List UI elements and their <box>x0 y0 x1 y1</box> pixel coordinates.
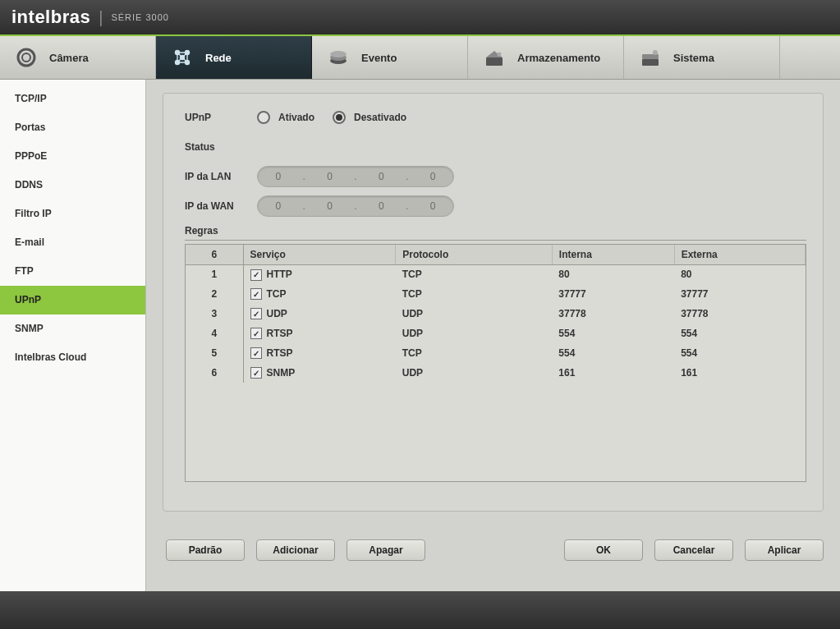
upnp-panel: UPnP Ativado Desativado Status IP da LAN… <box>163 93 824 512</box>
col-protocol: Protocolo <box>396 245 553 264</box>
rules-table-wrap: 6 Serviço Protocolo Interna Externa 1✓HT… <box>185 244 806 482</box>
row-external: 554 <box>674 324 805 343</box>
svg-point-9 <box>330 51 347 57</box>
ip-wan-seg[interactable]: 0 <box>416 200 449 212</box>
nav-network[interactable]: Rede <box>156 36 312 79</box>
radio-desativado[interactable] <box>333 111 346 124</box>
row-protocol: UDP <box>396 304 553 324</box>
brand-separator: | <box>99 8 103 27</box>
row-service: ✓HTTP <box>243 264 396 284</box>
row-number: 4 <box>186 324 243 343</box>
sidebar-item-portas[interactable]: Portas <box>0 113 145 142</box>
ip-lan-input[interactable]: 0. 0. 0. 0 <box>257 166 454 187</box>
row-service: ✓RTSP <box>243 343 396 363</box>
row-checkbox[interactable]: ✓ <box>250 367 262 379</box>
apply-button[interactable]: Aplicar <box>745 539 824 561</box>
nav-storage[interactable]: Armazenamento <box>468 36 624 79</box>
ip-wan-input[interactable]: 0. 0. 0. 0 <box>257 195 454 217</box>
row-external: 161 <box>674 363 805 383</box>
table-row[interactable]: 4✓RTSPUDP554554 <box>186 324 806 343</box>
button-row: Padrão Adicionar Apagar OK Cancelar Apli… <box>163 539 824 561</box>
row-external: 554 <box>674 343 805 363</box>
nav-label: Rede <box>205 52 232 64</box>
sidebar: TCP/IPPortasPPPoEDDNSFiltro IPE-mailFTPU… <box>0 80 146 591</box>
ip-wan-label: IP da WAN <box>185 200 257 212</box>
main-panel: UPnP Ativado Desativado Status IP da LAN… <box>146 80 840 591</box>
ip-wan-seg[interactable]: 0 <box>314 200 347 212</box>
table-row[interactable]: 3✓UDPUDP3777837778 <box>186 304 806 324</box>
brand-logo: intelbras <box>11 7 90 28</box>
row-checkbox[interactable]: ✓ <box>250 269 262 281</box>
row-checkbox[interactable]: ✓ <box>250 347 262 359</box>
row-external: 80 <box>674 264 805 284</box>
content-area: TCP/IPPortasPPPoEDDNSFiltro IPE-mailFTPU… <box>0 80 840 591</box>
sidebar-item-upnp[interactable]: UPnP <box>0 286 145 314</box>
row-checkbox[interactable]: ✓ <box>250 288 262 300</box>
table-row[interactable]: 6✓SNMPUDP161161 <box>186 363 806 383</box>
row-service: ✓UDP <box>243 304 396 324</box>
row-protocol: UDP <box>396 363 553 383</box>
table-row[interactable]: 1✓HTTPTCP8080 <box>186 264 806 284</box>
row-number: 6 <box>186 363 243 383</box>
col-service: Serviço <box>243 245 396 264</box>
main-navbar: Câmera Rede Evento Armazenam <box>0 36 840 80</box>
default-button[interactable]: Padrão <box>166 539 245 561</box>
system-icon <box>639 46 662 69</box>
svg-point-11 <box>498 53 502 57</box>
ip-lan-seg[interactable]: 0 <box>416 171 449 182</box>
ip-lan-seg[interactable]: 0 <box>262 171 295 182</box>
row-checkbox[interactable]: ✓ <box>250 328 262 339</box>
sidebar-item-e-mail[interactable]: E-mail <box>0 228 145 257</box>
sidebar-item-tcp-ip[interactable]: TCP/IP <box>0 85 145 113</box>
row-protocol: TCP <box>396 284 553 304</box>
row-internal: 554 <box>552 343 674 363</box>
ip-lan-seg[interactable]: 0 <box>365 171 397 182</box>
sidebar-item-ftp[interactable]: FTP <box>0 257 145 286</box>
svg-rect-10 <box>486 57 503 66</box>
ip-wan-seg[interactable]: 0 <box>262 200 295 212</box>
cancel-button[interactable]: Cancelar <box>654 539 733 561</box>
row-number: 3 <box>186 304 243 324</box>
table-row[interactable]: 2✓TCPTCP3777737777 <box>186 284 806 304</box>
radio-desativado-label: Desativado <box>354 112 406 123</box>
nav-label: Armazenamento <box>517 52 600 64</box>
col-count: 6 <box>186 245 243 264</box>
nav-event[interactable]: Evento <box>312 36 468 79</box>
svg-point-0 <box>18 49 34 66</box>
ip-lan-label: IP da LAN <box>185 171 257 182</box>
row-number: 2 <box>186 284 243 304</box>
topbar: intelbras | SÉRIE 3000 <box>0 0 840 36</box>
row-protocol: TCP <box>396 343 553 363</box>
ip-lan-seg[interactable]: 0 <box>314 171 347 182</box>
bottombar <box>0 591 840 629</box>
row-number: 1 <box>186 264 243 284</box>
storage-icon <box>483 46 506 69</box>
row-internal: 161 <box>552 363 674 383</box>
delete-button[interactable]: Apagar <box>347 539 425 561</box>
ip-wan-seg[interactable]: 0 <box>365 200 397 212</box>
svg-point-14 <box>653 50 658 55</box>
row-checkbox[interactable]: ✓ <box>250 308 262 319</box>
nav-system[interactable]: Sistema <box>624 36 780 79</box>
sidebar-item-snmp[interactable]: SNMP <box>0 314 145 343</box>
row-service: ✓SNMP <box>243 363 396 383</box>
svg-rect-13 <box>642 54 659 59</box>
nav-camera[interactable]: Câmera <box>0 36 156 79</box>
table-row[interactable]: 5✓RTSPTCP554554 <box>186 343 806 363</box>
radio-ativado-label: Ativado <box>278 112 314 123</box>
nav-label: Evento <box>361 52 397 64</box>
row-internal: 37778 <box>552 304 674 324</box>
radio-ativado[interactable] <box>257 111 270 124</box>
sidebar-item-filtro-ip[interactable]: Filtro IP <box>0 200 145 228</box>
col-internal: Interna <box>552 245 674 264</box>
row-internal: 80 <box>552 264 674 284</box>
sidebar-item-ddns[interactable]: DDNS <box>0 171 145 200</box>
row-number: 5 <box>186 343 243 363</box>
sidebar-item-intelbras-cloud[interactable]: Intelbras Cloud <box>0 343 145 372</box>
row-service: ✓RTSP <box>243 324 396 343</box>
ok-button[interactable]: OK <box>564 539 643 561</box>
svg-point-1 <box>22 53 30 62</box>
add-button[interactable]: Adicionar <box>256 539 335 561</box>
row-external: 37777 <box>674 284 805 304</box>
sidebar-item-pppoe[interactable]: PPPoE <box>0 142 145 171</box>
